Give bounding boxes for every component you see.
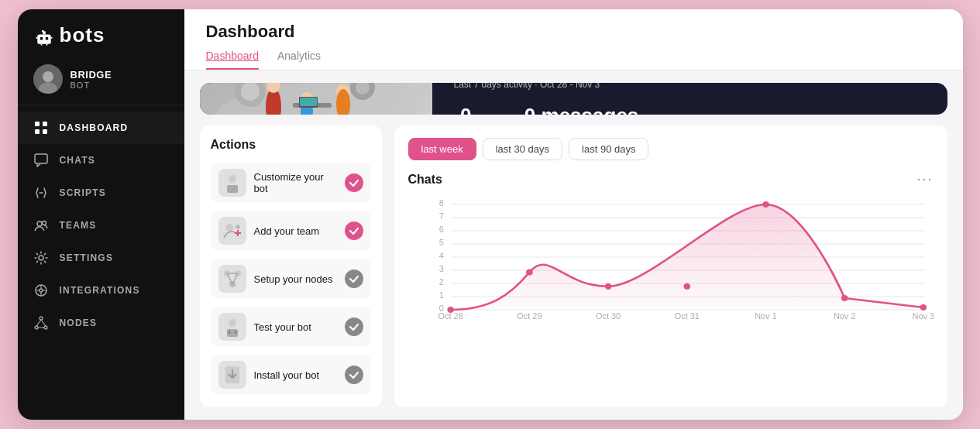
svg-text:Nov 1: Nov 1 — [755, 312, 777, 320]
sidebar-item-chats[interactable]: CHATS — [18, 144, 184, 177]
action-thumb-install-bot — [218, 361, 246, 389]
svg-text:Nov 2: Nov 2 — [833, 312, 855, 320]
stat-chats: 0 Chats — [454, 104, 478, 115]
svg-point-48 — [236, 225, 240, 229]
bot-label: BOT — [70, 81, 112, 90]
svg-text:Oct 30: Oct 30 — [595, 312, 620, 320]
sidebar-item-scripts[interactable]: SCRIPTS — [18, 177, 184, 209]
svg-text:7: 7 — [438, 212, 443, 220]
sidebar-item-integrations[interactable]: INTEGRATIONS — [18, 274, 184, 307]
main-body: Activity Snapshot Last 7 days activity ·… — [184, 70, 963, 420]
chart-panel: last week last 30 days last 90 days Chat… — [394, 125, 947, 407]
banner-info: Activity Snapshot Last 7 days activity ·… — [432, 83, 926, 115]
sidebar-item-label-dashboard: DASHBOARD — [60, 122, 129, 133]
svg-point-22 — [40, 317, 43, 320]
svg-point-82 — [683, 283, 690, 290]
logo-text: bots — [60, 23, 105, 47]
tab-analytics[interactable]: Analytics — [277, 50, 321, 70]
svg-text:6: 6 — [438, 225, 443, 233]
time-btn-last-90[interactable]: last 90 days — [569, 138, 648, 160]
svg-rect-0 — [37, 34, 51, 43]
action-label-test-bot: Test your bot — [254, 321, 337, 333]
settings-icon — [33, 250, 49, 266]
action-check-test-bot — [345, 317, 363, 336]
action-check-setup-nodes — [345, 269, 363, 288]
grid-icon — [33, 120, 49, 136]
time-btn-last-30[interactable]: last 30 days — [483, 138, 562, 160]
svg-rect-12 — [35, 122, 40, 126]
sidebar-item-teams[interactable]: TEAMS — [18, 209, 184, 242]
action-label-customize: Customize your bot — [254, 171, 337, 194]
svg-rect-2 — [45, 37, 48, 40]
sidebar-item-nodes[interactable]: NODES — [18, 307, 184, 339]
time-filter-row: last week last 30 days last 90 days — [408, 138, 934, 160]
action-label-setup-nodes: Setup your nodes — [254, 273, 337, 285]
svg-rect-14 — [35, 129, 40, 134]
avatar — [33, 64, 63, 94]
svg-point-17 — [37, 221, 42, 226]
action-label-add-team: Add your team — [254, 225, 337, 237]
svg-point-80 — [526, 269, 533, 276]
sidebar-item-label-teams: TEAMS — [60, 220, 97, 231]
action-thumb-customize — [218, 169, 246, 197]
action-item-install-bot[interactable]: Install your bot — [211, 355, 371, 395]
actions-panel: Actions Customize your bot — [200, 125, 382, 407]
main-header: Dashboard Dashboard Analytics — [184, 9, 963, 70]
svg-text:2: 2 — [438, 278, 443, 286]
svg-point-24 — [44, 326, 47, 329]
chart-header: Chats ··· — [408, 171, 934, 187]
header-tabs: Dashboard Analytics — [206, 50, 941, 70]
svg-text:3: 3 — [438, 265, 443, 273]
bot-name-block: BRIDGE BOT — [70, 69, 112, 90]
svg-text:1: 1 — [438, 291, 443, 299]
nodes-icon — [33, 315, 49, 331]
banner-illustration — [200, 83, 432, 115]
chart-more-button[interactable]: ··· — [916, 171, 933, 187]
svg-point-84 — [841, 295, 848, 301]
action-check-customize — [345, 173, 363, 192]
bot-name: BRIDGE — [70, 69, 112, 81]
svg-text:Oct 28: Oct 28 — [438, 312, 462, 320]
main-content: Dashboard Dashboard Analytics — [184, 9, 963, 420]
action-item-customize[interactable]: Customize your bot — [211, 163, 371, 203]
action-thumb-setup-nodes — [218, 265, 246, 293]
action-label-install-bot: Install your bot — [254, 369, 337, 381]
svg-point-19 — [39, 256, 43, 260]
svg-point-57 — [228, 331, 230, 334]
sidebar-nav: DASHBOARD CHATS — [18, 105, 184, 345]
actions-title: Actions — [211, 138, 371, 152]
chart-area: 0 1 2 3 4 5 6 7 8 — [408, 197, 934, 395]
svg-point-83 — [762, 201, 769, 208]
tab-dashboard[interactable]: Dashboard — [206, 50, 260, 70]
svg-point-47 — [225, 224, 233, 232]
action-thumb-test-bot — [218, 313, 246, 341]
time-btn-last-week[interactable]: last week — [408, 138, 476, 160]
banner-stats: 0 Chats 0 messages Average length — [454, 104, 926, 115]
sidebar-item-settings[interactable]: SETTINGS — [18, 242, 184, 274]
svg-text:Oct 31: Oct 31 — [674, 312, 699, 320]
page-title: Dashboard — [206, 22, 941, 42]
sidebar-item-label-scripts: SCRIPTS — [60, 187, 106, 198]
svg-text:5: 5 — [438, 239, 443, 246]
bot-profile: BRIDGE BOT — [18, 55, 184, 105]
svg-text:Oct 29: Oct 29 — [517, 312, 542, 320]
action-item-setup-nodes[interactable]: Setup your nodes — [211, 259, 371, 299]
svg-point-81 — [604, 283, 611, 290]
sidebar-item-label-nodes: NODES — [60, 317, 98, 328]
svg-rect-13 — [43, 122, 47, 126]
action-item-add-team[interactable]: Add your team — [211, 211, 371, 251]
svg-rect-46 — [227, 185, 238, 193]
svg-point-10 — [43, 71, 53, 82]
svg-point-45 — [229, 175, 236, 183]
svg-rect-40 — [300, 98, 317, 106]
svg-text:0: 0 — [438, 304, 443, 312]
sidebar-item-label-integrations: INTEGRATIONS — [60, 285, 140, 296]
action-item-test-bot[interactable]: Test your bot — [211, 307, 371, 347]
svg-point-21 — [40, 289, 43, 292]
scripts-icon — [33, 185, 49, 201]
teams-icon — [33, 218, 49, 233]
svg-point-58 — [234, 331, 236, 334]
activity-banner: Activity Snapshot Last 7 days activity ·… — [200, 83, 947, 115]
stat-chats-value: 0 — [460, 104, 471, 115]
sidebar-item-dashboard[interactable]: DASHBOARD — [18, 112, 184, 144]
